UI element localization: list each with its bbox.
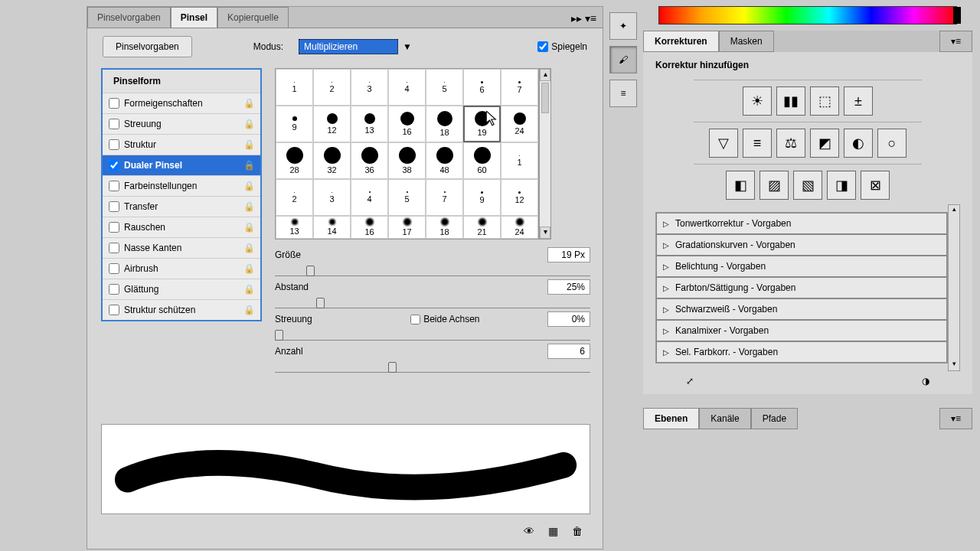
disclosure-triangle-icon[interactable]: ▷ (663, 241, 669, 249)
brush-tip-48[interactable]: 48 (426, 142, 463, 179)
brush-tip-1[interactable]: 1 (501, 142, 538, 179)
brush-tip-38[interactable]: 38 (388, 142, 426, 179)
tab-paths[interactable]: Pfade (751, 408, 798, 429)
scroll-up-icon[interactable]: ▴ (540, 69, 550, 81)
lock-icon[interactable]: 🔒 (243, 243, 254, 253)
brush-tip-12[interactable]: 12 (501, 179, 538, 216)
preset-row-4[interactable]: ▷Schwarzweiß - Vorgaben (656, 298, 947, 320)
brush-tip-14[interactable]: 14 (313, 216, 351, 239)
adj-photo-icon[interactable]: ◐ (844, 129, 873, 158)
tab-adjustments[interactable]: Korrekturen (643, 31, 719, 52)
preset-row-6[interactable]: ▷Sel. Farbkorr. - Vorgaben (656, 341, 947, 363)
sidebar-item-7[interactable]: Nasse Kanten🔒 (103, 237, 260, 258)
sidebar-item-8[interactable]: Airbrush🔒 (103, 258, 260, 279)
brush-tip-60[interactable]: 60 (463, 142, 501, 179)
sidebar-check[interactable] (109, 139, 119, 150)
tab-layers[interactable]: Ebenen (643, 408, 699, 429)
brush-tip-32[interactable]: 32 (313, 142, 351, 179)
sidebar-check[interactable] (109, 160, 119, 171)
grid-scrollbar[interactable]: ▴ ▾ (539, 68, 551, 240)
mirror-checkbox[interactable]: Spiegeln (537, 41, 587, 52)
both-axes-checkbox[interactable] (410, 315, 420, 324)
sidebar-check[interactable] (109, 181, 119, 191)
brush-tip-2[interactable]: 2 (313, 69, 351, 106)
lock-icon[interactable]: 🔒 (243, 98, 254, 109)
preset-row-5[interactable]: ▷Kanalmixer - Vorgaben (656, 320, 947, 341)
preset-row-1[interactable]: ▷Gradationskurven - Vorgaben (656, 234, 947, 256)
panel-menu-icon[interactable]: ▾≡ (939, 31, 972, 52)
adj-hue-icon[interactable]: ≡ (743, 129, 772, 158)
expand-icon[interactable]: ⤢ (686, 376, 694, 386)
disclosure-triangle-icon[interactable]: ▷ (663, 262, 669, 271)
adj-exposure-icon[interactable]: ± (844, 86, 873, 116)
adj-poster-icon[interactable]: ▨ (760, 171, 789, 200)
brush-tip-16[interactable]: 16 (351, 216, 388, 239)
layers-menu-icon[interactable]: ▾≡ (939, 408, 972, 429)
brush-tip-4[interactable]: 4 (388, 69, 426, 106)
adj-grad-icon[interactable]: ◨ (827, 171, 856, 200)
brush-tip-12[interactable]: 12 (313, 106, 351, 142)
adj-thresh-icon[interactable]: ▧ (793, 171, 822, 200)
toggle-visibility-icon[interactable]: 👁 (524, 525, 534, 537)
sidebar-check[interactable] (109, 284, 119, 295)
disclosure-triangle-icon[interactable]: ▷ (663, 348, 669, 357)
sidebar-item-6[interactable]: Rauschen🔒 (103, 217, 260, 237)
brush-tip-13[interactable]: 13 (351, 106, 388, 142)
sidebar-item-5[interactable]: Transfer🔒 (103, 196, 260, 217)
lock-icon[interactable]: 🔒 (243, 119, 254, 129)
brush-tip-7[interactable]: 7 (426, 179, 463, 216)
disclosure-triangle-icon[interactable]: ▷ (663, 284, 669, 292)
count-value[interactable]: 6 (547, 344, 590, 359)
brush-tip-19[interactable]: 19 (463, 106, 501, 142)
brush-tip-24[interactable]: 24 (501, 216, 538, 239)
lock-icon[interactable]: 🔒 (243, 263, 254, 274)
adjustment-mode-icon[interactable]: ◑ (922, 376, 929, 386)
sidebar-check[interactable] (109, 201, 119, 212)
lock-icon[interactable]: 🔒 (243, 160, 254, 171)
adj-curves-icon[interactable]: ⬚ (810, 86, 839, 116)
sidebar-check[interactable] (109, 119, 119, 129)
brush-tip-18[interactable]: 18 (426, 216, 463, 239)
adj-balance-icon[interactable]: ⚖ (776, 129, 805, 158)
panel-collapse-icons[interactable]: ▸▸ ▾≡ (565, 9, 603, 28)
sidebar-item-3[interactable]: Dualer Pinsel🔒 (103, 155, 260, 175)
adj-mixer-icon[interactable]: ○ (877, 129, 906, 158)
mode-select[interactable]: Multiplizieren ▼ (299, 39, 416, 54)
lock-icon[interactable]: 🔒 (243, 305, 254, 315)
lock-icon[interactable]: 🔒 (243, 181, 254, 191)
sidebar-item-1[interactable]: Streuung🔒 (103, 113, 260, 134)
brush-tip-1[interactable]: 1 (276, 69, 313, 106)
brush-tip-13[interactable]: 13 (276, 216, 313, 239)
brush-tip-36[interactable]: 36 (351, 142, 388, 179)
brush-tip-18[interactable]: 18 (426, 106, 463, 142)
sidebar-check[interactable] (109, 98, 119, 109)
tab-brush[interactable]: Pinsel (171, 7, 217, 28)
tool-btn-brush[interactable]: 🖌 (609, 46, 637, 73)
sidebar-check[interactable] (109, 243, 119, 253)
scatter-slider[interactable] (275, 327, 590, 341)
size-slider[interactable] (275, 262, 590, 276)
brush-presets-button[interactable]: Pinselvorgaben (103, 36, 192, 57)
preset-row-3[interactable]: ▷Farbton/Sättigung - Vorgaben (656, 277, 947, 298)
spacing-slider[interactable] (275, 295, 590, 308)
adj-levels-icon[interactable]: ▮▮ (776, 86, 805, 116)
disclosure-triangle-icon[interactable]: ▷ (663, 305, 669, 314)
tab-channels[interactable]: Kanäle (699, 408, 750, 429)
sidebar-item-0[interactable]: Formeigenschaften🔒 (103, 93, 260, 113)
scatter-value[interactable]: 0% (547, 311, 590, 327)
tab-clone[interactable]: Kopierquelle (217, 7, 289, 28)
brush-tip-3[interactable]: 3 (351, 69, 388, 106)
brush-tip-21[interactable]: 21 (463, 216, 501, 239)
disclosure-triangle-icon[interactable]: ▷ (663, 327, 669, 335)
sidebar-check[interactable] (109, 305, 119, 315)
tool-btn-3[interactable]: ≡ (609, 80, 637, 107)
preset-scroll-up-icon[interactable]: ▴ (949, 205, 959, 216)
scroll-down-icon[interactable]: ▾ (540, 227, 550, 239)
adj-brightness-icon[interactable]: ☀ (743, 86, 772, 116)
sidebar-head[interactable]: Pinselform (103, 70, 260, 93)
sidebar-item-10[interactable]: Struktur schützen🔒 (103, 299, 260, 320)
count-slider[interactable] (275, 359, 590, 373)
spacing-value[interactable]: 25% (547, 279, 590, 295)
trash-icon[interactable]: 🗑 (572, 525, 583, 537)
adj-select-icon[interactable]: ⊠ (861, 171, 890, 200)
